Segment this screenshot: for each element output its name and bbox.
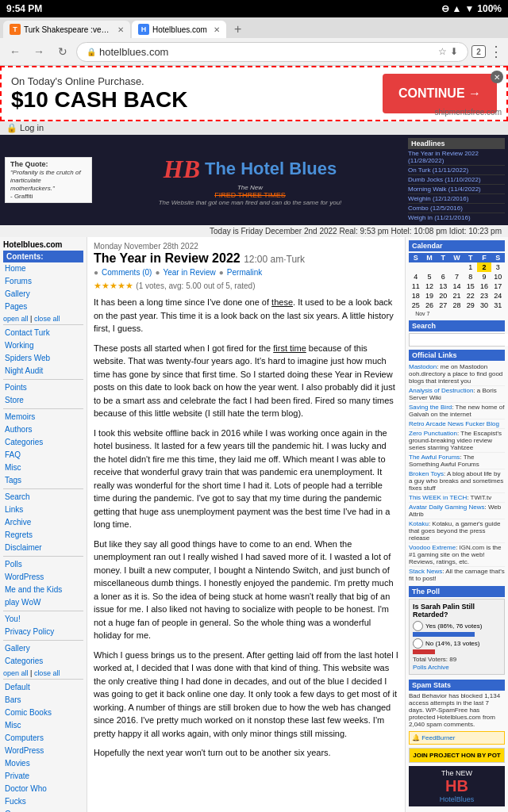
sidebar-item-regrets[interactable]: Regrets bbox=[3, 529, 83, 542]
rating-text: (1 votes, avg: 5.00 out of 5, rated) bbox=[136, 282, 255, 290]
sidebar-item-home[interactable]: Home bbox=[3, 262, 83, 275]
sidebar-item-memoirs[interactable]: Memoirs bbox=[3, 411, 83, 423]
poll-option-no-label: No (14%, 13 votes) bbox=[425, 640, 479, 647]
sidebar-item-categories[interactable]: Categories bbox=[3, 436, 83, 449]
sidebar-item-archive[interactable]: Archive bbox=[3, 516, 83, 529]
sidebar-item-points[interactable]: Points bbox=[3, 381, 83, 394]
official-link[interactable]: Saving the Bird: The new home of Galvah … bbox=[409, 403, 505, 419]
tab-close-hotelblues[interactable]: ✕ bbox=[214, 25, 220, 34]
sidebar-item-fucks[interactable]: Fucks bbox=[3, 795, 83, 808]
feedburner-box[interactable]: 🔔 FeedBurner bbox=[409, 731, 505, 745]
menu-button[interactable]: ⋮ bbox=[489, 43, 503, 60]
official-link[interactable]: Mastodon: me on Mastodon ooh.directory a… bbox=[409, 362, 505, 386]
official-link[interactable]: Kotaku: Kotaku, a gamer's guide that goe… bbox=[409, 519, 505, 543]
sidebar-item-night-audit[interactable]: Night Audit bbox=[3, 365, 83, 377]
sidebar-item-wordpress-2[interactable]: WordPress bbox=[3, 745, 83, 757]
sidebar-item-disclaimer[interactable]: Disclaimer bbox=[3, 542, 83, 554]
login-link[interactable]: 🔒 Log in bbox=[6, 123, 44, 133]
sidebar-item-me-and-kids[interactable]: Me and the Kids bbox=[3, 584, 83, 596]
poll-option-yes-label: Yes (86%, 76 votes) bbox=[425, 622, 482, 630]
ad-domain: shipmentsfree.com bbox=[435, 108, 502, 117]
sidebar-item-gallery[interactable]: Gallery bbox=[3, 288, 83, 301]
sidebar-item-gallery-cat[interactable]: Gallery bbox=[3, 642, 83, 655]
sidebar-item-private[interactable]: Private bbox=[3, 770, 83, 783]
official-link[interactable]: The Awful Forums: The Something Awful Fo… bbox=[409, 453, 505, 469]
sidebar-item-links[interactable]: Links bbox=[3, 504, 83, 516]
headline-item[interactable]: Combo (12/5/2016) bbox=[408, 204, 505, 213]
site-name-link[interactable]: Hotelblues.com bbox=[3, 240, 83, 249]
poll-option-yes[interactable]: Yes (86%, 76 votes) bbox=[413, 621, 501, 631]
sidebar-item-forums[interactable]: Forums bbox=[3, 275, 83, 288]
address-bar[interactable]: 🔒 hotelblues.com ☆ ⬇ bbox=[76, 42, 468, 62]
permalink-link[interactable]: Permalink bbox=[227, 268, 262, 277]
headline-item[interactable]: The Year in Review 2022 (11/28/2022) bbox=[408, 149, 505, 166]
sidebar-item-faq[interactable]: FAQ bbox=[3, 449, 83, 462]
official-link[interactable]: Broken Toys: A blog about life by a guy … bbox=[409, 469, 505, 493]
sidebar-item-movies[interactable]: Movies bbox=[3, 757, 83, 770]
sidebar-item-bars[interactable]: Bars bbox=[3, 694, 83, 707]
reload-button[interactable]: ↻ bbox=[52, 41, 73, 62]
tab-close-turk[interactable]: ✕ bbox=[117, 25, 124, 34]
sidebar-item-computers[interactable]: Computers bbox=[3, 732, 83, 745]
sidebar-item-pages[interactable]: Pages bbox=[3, 301, 83, 313]
feedburner-icon: 🔔 bbox=[412, 734, 420, 741]
comments-link[interactable]: Comments (0) bbox=[102, 268, 152, 277]
sidebar-item-doctor-who[interactable]: Doctor Who bbox=[3, 783, 83, 795]
poll-radio-no[interactable] bbox=[413, 638, 423, 649]
headline-item[interactable]: On Turk (11/11/2022) bbox=[408, 166, 505, 175]
sidebar-item-contact-turk[interactable]: Contact Turk bbox=[3, 327, 83, 339]
official-link[interactable]: Voodoo Extreme: IGN.com is the #1 gaming… bbox=[409, 543, 505, 567]
poll-radio-yes[interactable] bbox=[413, 621, 423, 631]
download-icon[interactable]: ⬇ bbox=[450, 46, 458, 57]
feedburner-link[interactable]: FeedBurner bbox=[421, 734, 455, 741]
sidebar-item-categories-2[interactable]: Categories bbox=[3, 655, 83, 668]
open-close-links-2[interactable]: open all | close all bbox=[3, 669, 60, 677]
sidebar-item-store[interactable]: Store bbox=[3, 394, 83, 407]
sidebar-item-default[interactable]: Default bbox=[3, 681, 83, 694]
sidebar-item-polls[interactable]: Polls bbox=[3, 558, 83, 571]
sidebar-item-search[interactable]: Search bbox=[3, 491, 83, 504]
status-bar: 9:54 PM ⊖ ▲ ▼ 100% bbox=[0, 0, 508, 17]
sidebar-item-spiders-web[interactable]: Spiders Web bbox=[3, 352, 83, 365]
sidebar-item-games[interactable]: Games bbox=[3, 808, 83, 812]
sidebar-contents: Contents: Home Forums Gallery Pages open… bbox=[3, 251, 83, 812]
tab-hotelblues[interactable]: H Hotelblues.com ✕ bbox=[132, 21, 226, 38]
article-para-4: But like they say all good things have t… bbox=[94, 538, 398, 642]
poll-option-no[interactable]: No (14%, 13 votes) bbox=[413, 638, 501, 649]
poll-archive-link[interactable]: Polls Archive bbox=[413, 664, 449, 671]
sidebar-item-working[interactable]: Working bbox=[3, 339, 83, 352]
official-link[interactable]: Stack News: All the carnage that's fit t… bbox=[409, 567, 505, 583]
ad-close-button[interactable]: ✕ bbox=[491, 71, 503, 83]
category-link[interactable]: Year in Review bbox=[163, 268, 215, 277]
sidebar-item-tags[interactable]: Tags bbox=[3, 474, 83, 487]
headline-item[interactable]: Weighin (12/12/2016) bbox=[408, 194, 505, 204]
headline-item[interactable]: Dumb Jocks (11/10/2022) bbox=[408, 175, 505, 185]
tab-turk[interactable]: T Turk Shakespeare :verified: (… ✕ bbox=[3, 21, 130, 38]
calendar-table: SMTWTFS 123 45678910 11121314151617 1819… bbox=[409, 253, 505, 317]
search-box[interactable]: Go bbox=[409, 333, 505, 347]
sidebar-item-privacy-policy[interactable]: Privacy Policy bbox=[3, 626, 83, 638]
bookmark-icon[interactable]: ☆ bbox=[438, 46, 447, 57]
headline-item[interactable]: Weigh in (11/21/2016) bbox=[408, 213, 505, 222]
official-link[interactable]: This WEEK in TECH: TWiT.tv bbox=[409, 493, 505, 503]
forward-button[interactable]: → bbox=[29, 41, 49, 62]
search-input[interactable] bbox=[410, 334, 508, 346]
sidebar-item-you[interactable]: You! bbox=[3, 613, 83, 626]
open-close-links-1[interactable]: open all | close all bbox=[3, 315, 60, 323]
official-link[interactable]: Analysis of Destruction: a Boris Server … bbox=[409, 386, 505, 403]
official-link[interactable]: Avatar Daily Gaming News: Web Attrib bbox=[409, 503, 505, 519]
official-link[interactable]: Retro Arcade News Fucker Blog bbox=[409, 419, 505, 429]
sidebar-item-wordpress[interactable]: WordPress bbox=[3, 571, 83, 584]
tab-favicon-turk: T bbox=[10, 24, 21, 35]
join-project-button[interactable]: JOIN PROJECT HON BY POT bbox=[409, 748, 505, 763]
sidebar-item-comic-books[interactable]: Comic Books bbox=[3, 707, 83, 719]
sidebar-item-misc-2[interactable]: Misc bbox=[3, 719, 83, 732]
back-button[interactable]: ← bbox=[5, 41, 25, 62]
official-link[interactable]: Zero Punctuation: The Escapist's ground-… bbox=[409, 429, 505, 453]
sidebar-item-play-wow[interactable]: play WoW bbox=[3, 596, 83, 609]
tab-count[interactable]: 2 bbox=[471, 45, 486, 58]
headline-item[interactable]: Morning Walk (11/4/2022) bbox=[408, 185, 505, 194]
new-tab-button[interactable]: + bbox=[228, 21, 248, 38]
sidebar-item-misc[interactable]: Misc bbox=[3, 462, 83, 474]
sidebar-item-authors[interactable]: Authors bbox=[3, 423, 83, 436]
